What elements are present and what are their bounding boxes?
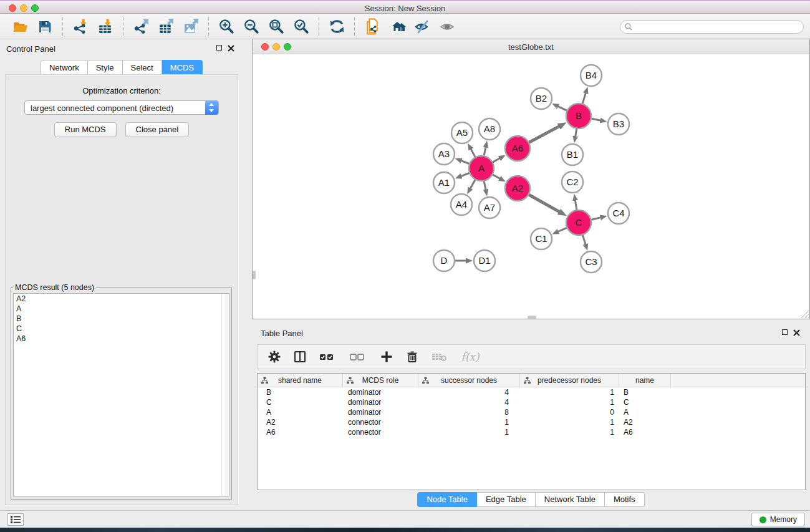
home-icon[interactable]	[385, 16, 410, 37]
edge-A-A8[interactable]	[484, 147, 486, 155]
delete-table-icon[interactable]	[430, 349, 449, 365]
settings-gear-icon[interactable]	[267, 349, 282, 365]
edge-A-A3[interactable]	[461, 160, 469, 163]
zoom-fit-icon[interactable]	[264, 16, 289, 37]
column-panel-icon[interactable]	[292, 349, 307, 365]
table-cell[interactable]: 1	[418, 418, 520, 427]
edge-A-A5[interactable]	[471, 149, 475, 157]
task-history-button[interactable]	[7, 513, 24, 526]
table-cell[interactable]: 1	[520, 398, 619, 407]
deselect-all-icon[interactable]	[349, 349, 369, 365]
edge-B-B1[interactable]	[576, 129, 577, 137]
edge-A2-C[interactable]	[529, 195, 559, 212]
tab-network-table[interactable]: Network Table	[536, 492, 605, 507]
result-list-scrollbar[interactable]	[221, 294, 229, 496]
edge-A-A2[interactable]	[493, 175, 500, 178]
save-session-icon[interactable]	[32, 16, 57, 37]
node-C4[interactable]: C4	[608, 203, 629, 224]
memory-button[interactable]: Memory	[751, 513, 805, 526]
criterion-dropdown[interactable]: largest connected component (directed)	[24, 100, 219, 115]
delete-column-icon[interactable]	[405, 349, 420, 365]
zoom-out-icon[interactable]	[239, 16, 264, 37]
table-cell[interactable]: 4	[418, 388, 520, 397]
table-cell[interactable]: A2	[258, 418, 343, 427]
canvas-vertical-scrollthumb[interactable]	[253, 271, 256, 279]
table-cell[interactable]: C	[258, 398, 343, 407]
edge-C-C1[interactable]	[558, 228, 567, 231]
table-row[interactable]: A6connector11A6	[258, 427, 805, 437]
zoom-selected-icon[interactable]	[289, 16, 314, 37]
node-D[interactable]: D	[433, 250, 455, 271]
table-cell[interactable]: dominator	[343, 388, 418, 397]
table-row[interactable]: A2connector11A2	[258, 417, 805, 427]
search-input[interactable]	[633, 22, 789, 31]
node-C1[interactable]: C1	[531, 228, 552, 249]
export-network-icon[interactable]	[128, 16, 153, 37]
table-cell[interactable]: connector	[343, 418, 418, 427]
edge-A6-B[interactable]	[529, 126, 560, 142]
canvas-horizontal-scrollthumb[interactable]	[528, 316, 536, 319]
result-list-item[interactable]: A2	[14, 294, 229, 304]
edge-B-B4[interactable]	[582, 93, 586, 104]
node-C[interactable]: C	[566, 210, 591, 235]
close-panel-button[interactable]: Close panel	[125, 122, 190, 137]
select-all-icon[interactable]	[318, 349, 338, 365]
edge-A-A4[interactable]	[470, 180, 475, 188]
table-row[interactable]: Adominator80A	[258, 407, 805, 417]
node-B1[interactable]: B1	[562, 144, 583, 165]
table-cell[interactable]: 1	[520, 428, 619, 437]
mcds-result-list[interactable]: A2ABCA6	[13, 293, 229, 496]
edge-A-A7[interactable]	[484, 181, 486, 190]
export-table-icon[interactable]	[153, 16, 178, 37]
result-list-item[interactable]: A	[14, 304, 229, 314]
edge-A-A6[interactable]	[493, 158, 500, 162]
node-C3[interactable]: C3	[581, 251, 602, 273]
node-A[interactable]: A	[469, 156, 494, 181]
edge-C-C2[interactable]	[575, 200, 576, 210]
table-cell[interactable]: 1	[520, 388, 619, 397]
refresh-icon[interactable]	[324, 16, 349, 37]
node-A4[interactable]: A4	[451, 194, 472, 215]
tab-motifs[interactable]: Motifs	[605, 492, 645, 507]
edge-A-A1[interactable]	[461, 173, 469, 177]
run-mcds-button[interactable]: Run MCDS	[54, 122, 117, 137]
node-A6[interactable]: A6	[505, 136, 530, 161]
edge-B-B3[interactable]	[592, 118, 601, 120]
table-cell[interactable]: 1	[520, 418, 619, 427]
import-table-icon[interactable]	[93, 16, 118, 37]
function-builder-icon[interactable]: f(x)	[460, 349, 481, 365]
table-row[interactable]: Cdominator41C	[258, 397, 805, 407]
search-field[interactable]	[620, 20, 804, 34]
node-A8[interactable]: A8	[479, 118, 500, 140]
table-cell[interactable]: A6	[258, 428, 343, 437]
node-A7[interactable]: A7	[479, 197, 500, 218]
float-table-panel-icon[interactable]	[782, 329, 788, 335]
open-file-icon[interactable]	[7, 16, 32, 37]
node-C2[interactable]: C2	[562, 172, 583, 193]
table-cell[interactable]: 1	[418, 428, 520, 437]
network-from-clipboard-icon[interactable]	[360, 16, 385, 37]
column-header-successor-nodes[interactable]: successor nodes	[418, 374, 520, 387]
node-D1[interactable]: D1	[474, 250, 495, 271]
tab-edge-table[interactable]: Edge Table	[477, 492, 536, 507]
table-cell[interactable]: B	[619, 388, 671, 397]
import-network-icon[interactable]	[68, 16, 93, 37]
node-A5[interactable]: A5	[451, 122, 473, 143]
add-column-icon[interactable]	[379, 349, 394, 365]
table-cell[interactable]: 8	[418, 408, 520, 417]
node-B3[interactable]: B3	[608, 114, 629, 135]
result-list-item[interactable]: C	[14, 324, 229, 334]
node-B4[interactable]: B4	[581, 65, 602, 86]
result-list-item[interactable]: B	[14, 314, 229, 324]
tab-node-table[interactable]: Node Table	[417, 492, 477, 507]
table-cell[interactable]: A	[258, 408, 343, 417]
table-row[interactable]: Bdominator41B	[258, 387, 805, 397]
table-cell[interactable]: B	[258, 388, 343, 397]
table-cell[interactable]: connector	[343, 428, 418, 437]
column-header-shared-name[interactable]: shared name	[258, 374, 343, 387]
network-graph[interactable]: AA2A6BCA1A3A4A5A7A8B1B2B3B4C1C2C3C4DD1	[253, 54, 809, 319]
node-A2[interactable]: A2	[505, 176, 530, 201]
table-cell[interactable]: 4	[418, 398, 520, 407]
column-header-predecessor-nodes[interactable]: predecessor nodes	[520, 374, 619, 387]
column-header-mcds-role[interactable]: MCDS role	[343, 374, 418, 387]
